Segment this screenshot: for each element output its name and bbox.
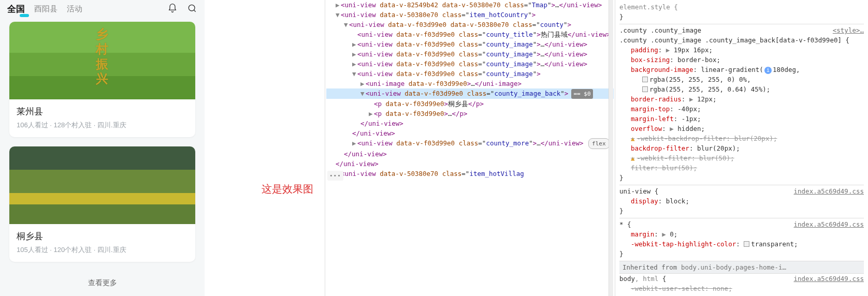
dom-node[interactable]: <uni-view data-v-f03d99e0 class="county_… xyxy=(326,29,614,39)
card-subtitle: 105人看过 · 120个村入驻 · 四川.重庆 xyxy=(17,245,188,255)
dom-node[interactable]: ▶<uni-view data-v-f03d99e0 class="county… xyxy=(326,59,614,69)
style-rule-uni-view[interactable]: index.a5c69d49.cssuni-view { display: bl… xyxy=(619,185,864,216)
svg-point-0 xyxy=(189,5,195,11)
inherited-from-bar: Inherited from body.uni-body.pages-home-… xyxy=(619,261,864,274)
ellipsis-icon[interactable]: ••• xyxy=(327,171,343,181)
dom-node-selected[interactable]: ▼<uni-view data-v-f03d99e0 class="county… xyxy=(326,88,614,99)
dom-node[interactable]: </uni-view> xyxy=(326,128,614,138)
info-icon[interactable]: i xyxy=(764,67,772,74)
tab-huodong[interactable]: 活动 xyxy=(67,4,82,14)
style-rule-element[interactable]: element.style { } xyxy=(619,2,864,22)
stylesheet-link[interactable]: <style>… xyxy=(833,25,864,35)
warning-icon: ▲ xyxy=(631,154,635,162)
inherited-from-link[interactable]: body.uni-body.pages-home-i… xyxy=(681,263,786,271)
dom-node[interactable]: ▶<uni-view data-v-82549b42 data-v-50380e… xyxy=(326,0,614,10)
stylesheet-link[interactable]: index.a5c69d49.css xyxy=(794,274,864,284)
bell-icon[interactable] xyxy=(167,3,178,15)
dom-node[interactable]: ▶<p data-v-f03d99e0>…</p> xyxy=(326,109,614,119)
stylesheet-link[interactable]: index.a5c69d49.css xyxy=(794,186,864,196)
style-rule-county-image-back[interactable]: <style>….county .county_image .county .c… xyxy=(619,24,864,183)
warning-icon: ▲ xyxy=(631,135,635,142)
dom-node[interactable]: ▼<uni-view data-v-f03d99e0 class="county… xyxy=(326,69,614,79)
color-swatch[interactable] xyxy=(642,77,648,82)
annotation-label: 这是效果图 xyxy=(262,182,313,196)
view-more[interactable]: 查看更多 xyxy=(9,271,195,291)
card-title: 莱州县 xyxy=(17,106,188,117)
card-image xyxy=(9,22,195,99)
dom-node[interactable]: ▶<uni-view data-v-f03d99e0 class="county… xyxy=(326,49,614,59)
card-subtitle: 106人看过 · 128个村入驻 · 四川.重庆 xyxy=(17,121,188,130)
color-swatch[interactable] xyxy=(642,86,648,92)
middle-gap: 这是效果图 xyxy=(205,0,325,296)
county-card[interactable]: 莱州县 106人看过 · 128个村入驻 · 四川.重庆 xyxy=(9,22,195,137)
tab-youyang[interactable]: 酉阳县 xyxy=(34,4,57,14)
styles-panel[interactable]: element.style { } <style>….county .count… xyxy=(615,0,868,296)
tab-quanguo[interactable]: 全国 xyxy=(7,3,25,15)
search-icon[interactable] xyxy=(187,3,197,15)
elements-scrollbar[interactable] xyxy=(609,0,613,296)
dom-node[interactable]: <p data-v-f03d99e0>桐乡县</p> xyxy=(326,99,614,109)
color-swatch[interactable] xyxy=(744,241,749,247)
county-card[interactable]: 桐乡县 105人看过 · 120个村入驻 · 四川.重庆 xyxy=(9,146,195,262)
card-image xyxy=(9,146,195,224)
dom-node[interactable]: ▶<uni-view data-v-50380e70 class="item_h… xyxy=(326,169,614,179)
dom-node[interactable]: </uni-view> xyxy=(326,159,614,169)
preview-header: 全国 酉阳县 活动 xyxy=(0,0,205,18)
style-rule-body-html[interactable]: index.a5c69d49.cssbody, html { -webkit-u… xyxy=(619,274,864,293)
dom-node[interactable]: </uni-view> xyxy=(326,119,614,128)
elements-panel[interactable]: ••• ▶<uni-view data-v-82549b42 data-v-50… xyxy=(325,0,615,296)
card-title: 桐乡县 xyxy=(17,230,188,242)
dom-node[interactable]: ▼<uni-view data-v-50380e70 class="item_h… xyxy=(326,10,614,20)
dom-node[interactable]: ▶<uni-image data-v-f03d99e0>…</uni-image… xyxy=(326,79,614,88)
preview-scroll[interactable]: 莱州县 106人看过 · 128个村入驻 · 四川.重庆 桐乡县 105人看过 … xyxy=(0,18,205,296)
stylesheet-link[interactable]: index.a5c69d49.css xyxy=(794,219,864,229)
dom-node[interactable]: </uni-view> xyxy=(326,149,614,159)
dom-node[interactable]: ▶<uni-view data-v-f03d99e0 class="county… xyxy=(326,138,614,149)
dom-node[interactable]: ▶<uni-view data-v-f03d99e0 class="county… xyxy=(326,39,614,49)
mobile-preview: 全国 酉阳县 活动 莱州县 106人看过 · 128个村入驻 · 四川.重庆 桐… xyxy=(0,0,205,296)
style-rule-star[interactable]: index.a5c69d49.css* { margin: ▶ 0; -webk… xyxy=(619,218,864,259)
dom-node[interactable]: ▼<uni-view data-v-f03d99e0 data-v-50380e… xyxy=(326,20,614,29)
